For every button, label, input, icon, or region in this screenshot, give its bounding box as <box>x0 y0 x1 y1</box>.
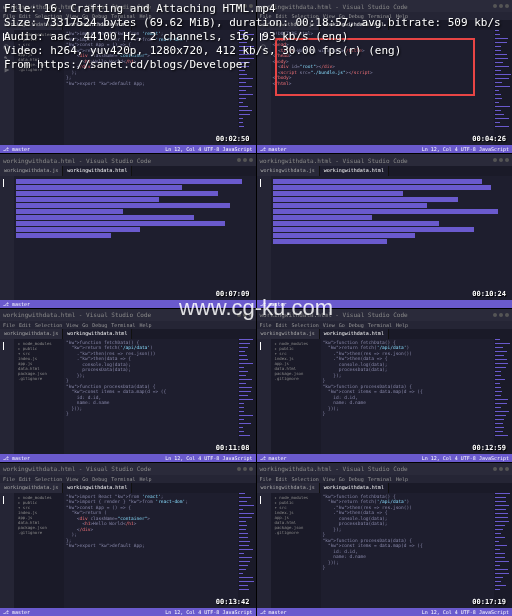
timestamp: 00:12:59 <box>472 444 506 452</box>
tab[interactable]: workingwithdata.html <box>320 483 389 493</box>
menu-view[interactable]: View <box>323 322 335 328</box>
menu-help[interactable]: Help <box>396 476 408 482</box>
code-editor[interactable]: "kw">function fetchData() { "kw">return … <box>321 339 495 454</box>
code-editor[interactable]: "kw">function fetchData() { "kw">return … <box>321 493 495 608</box>
git-icon[interactable] <box>3 364 11 372</box>
search-icon[interactable] <box>260 353 268 361</box>
timestamp: 00:10:24 <box>472 290 506 298</box>
files-icon[interactable] <box>3 342 11 350</box>
menu-go[interactable]: Go <box>82 476 88 482</box>
tab[interactable]: workingwithdata.html <box>320 329 389 339</box>
menu-selection[interactable]: Selection <box>292 322 319 328</box>
menu-help[interactable]: Help <box>139 322 151 328</box>
menu-go[interactable]: Go <box>339 476 345 482</box>
tab[interactable]: workingwithdata.html <box>63 166 132 176</box>
files-icon[interactable] <box>260 342 268 350</box>
menu-edit[interactable]: Edit <box>19 322 31 328</box>
menu-edit[interactable]: Edit <box>19 476 31 482</box>
menu-file[interactable]: File <box>3 322 15 328</box>
thumb-6: workingwithdata.html - Visual Studio Cod… <box>257 309 513 462</box>
code-editor[interactable]: "kw">import React "kw">from 'react';"kw"… <box>64 493 238 608</box>
explorer-item[interactable]: .gitignore <box>16 530 62 535</box>
info-size: Size: 73317524 bytes (69.62 MiB), durati… <box>4 16 501 30</box>
search-icon[interactable] <box>3 507 11 515</box>
menu-selection[interactable]: Selection <box>35 322 62 328</box>
tab[interactable]: workingwithdata.html <box>63 483 132 493</box>
menu-file[interactable]: File <box>3 476 15 482</box>
menu-terminal[interactable]: Terminal <box>111 322 135 328</box>
status-bar[interactable]: ⎇ master Ln 12, Col 4 UTF-8 JavaScript <box>0 145 256 153</box>
menu-file[interactable]: File <box>260 322 272 328</box>
timestamp: 00:11:08 <box>216 444 250 452</box>
info-file: File: 16. Crafting and Attaching HTML.mp… <box>4 2 501 16</box>
menu-view[interactable]: View <box>323 476 335 482</box>
menu-terminal[interactable]: Terminal <box>111 476 135 482</box>
tab[interactable]: workingwithdata.js <box>0 483 63 493</box>
menu-help[interactable]: Help <box>396 322 408 328</box>
files-icon[interactable] <box>3 496 11 504</box>
tab[interactable]: workingwithdata.js <box>0 166 63 176</box>
search-icon[interactable] <box>3 353 11 361</box>
info-from: From https://sanet.cd/blogs/Developer <box>4 58 501 72</box>
menu-file[interactable]: File <box>260 476 272 482</box>
menu-help[interactable]: Help <box>139 476 151 482</box>
timestamp: 00:07:09 <box>216 290 250 298</box>
menu-selection[interactable]: Selection <box>292 476 319 482</box>
thumb-5: workingwithdata.html - Visual Studio Cod… <box>0 309 256 462</box>
thumb-4: workingwithdata.html - Visual Studio Cod… <box>257 154 513 307</box>
search-icon[interactable] <box>260 507 268 515</box>
info-audio: Audio: aac, 44100 Hz, 2 channels, s16, 9… <box>4 30 501 44</box>
menu-debug[interactable]: Debug <box>349 476 364 482</box>
tab[interactable]: workingwithdata.js <box>257 166 320 176</box>
tab[interactable]: workingwithdata.js <box>257 483 320 493</box>
git-icon[interactable] <box>3 518 11 526</box>
code-editor[interactable]: "kw">function fetchData() { "kw">return … <box>64 339 238 454</box>
menu-terminal[interactable]: Terminal <box>368 476 392 482</box>
files-icon[interactable] <box>260 496 268 504</box>
menu-go[interactable]: Go <box>339 322 345 328</box>
explorer-item[interactable]: .gitignore <box>16 376 62 381</box>
menu-go[interactable]: Go <box>82 322 88 328</box>
explorer-item[interactable]: .gitignore <box>273 376 319 381</box>
menu-edit[interactable]: Edit <box>276 322 288 328</box>
menu-view[interactable]: View <box>66 322 78 328</box>
info-video: Video: h264, yuv420p, 1280x720, 412 kb/s… <box>4 44 501 58</box>
thumb-7: workingwithdata.html - Visual Studio Cod… <box>0 463 256 616</box>
menu-terminal[interactable]: Terminal <box>368 322 392 328</box>
menu-view[interactable]: View <box>66 476 78 482</box>
menu-debug[interactable]: Debug <box>92 476 107 482</box>
overview-bars <box>271 176 513 299</box>
overview-bars <box>14 176 256 299</box>
timestamp: 00:02:50 <box>216 135 250 143</box>
timestamp: 00:17:19 <box>472 598 506 606</box>
thumb-3: workingwithdata.html - Visual Studio Cod… <box>0 154 256 307</box>
tab[interactable]: workingwithdata.html <box>320 166 389 176</box>
timestamp: 00:13:42 <box>216 598 250 606</box>
tab[interactable]: workingwithdata.js <box>0 329 63 339</box>
menu-edit[interactable]: Edit <box>276 476 288 482</box>
menu-selection[interactable]: Selection <box>35 476 62 482</box>
menu-debug[interactable]: Debug <box>349 322 364 328</box>
thumbnail-grid: workingwithdata.html - Visual Studio Cod… <box>0 0 512 616</box>
timestamp: 00:04:26 <box>472 135 506 143</box>
thumb-8: workingwithdata.html - Visual Studio Cod… <box>257 463 513 616</box>
media-info-overlay: File: 16. Crafting and Attaching HTML.mp… <box>4 2 501 72</box>
tab[interactable]: workingwithdata.html <box>63 329 132 339</box>
tab[interactable]: workingwithdata.js <box>257 329 320 339</box>
explorer-item[interactable]: .gitignore <box>273 530 319 535</box>
menu-debug[interactable]: Debug <box>92 322 107 328</box>
files-icon[interactable] <box>3 179 11 187</box>
files-icon[interactable] <box>260 179 268 187</box>
